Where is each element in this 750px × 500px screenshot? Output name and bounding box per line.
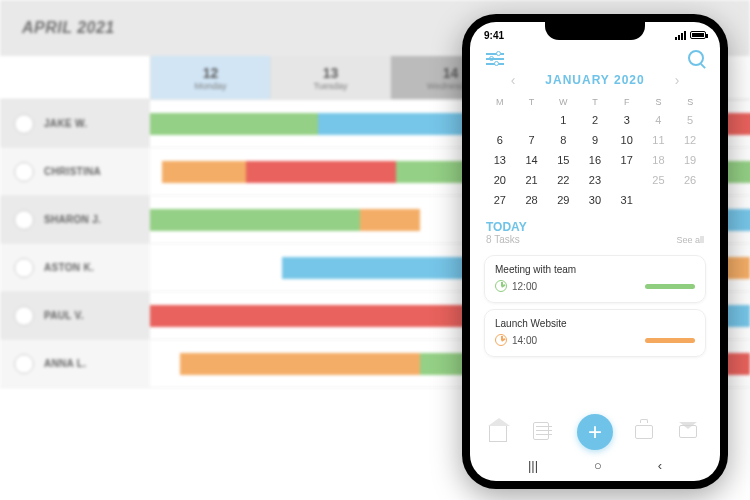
calendar-day[interactable]: 21 — [516, 170, 548, 190]
task-card[interactable]: Launch Website14:00 — [484, 309, 706, 357]
task-time: 12:00 — [512, 281, 537, 292]
clock-icon — [495, 280, 507, 292]
next-month-icon[interactable]: › — [675, 72, 680, 88]
calendar-day[interactable]: 15 — [547, 150, 579, 170]
calendar-day[interactable]: 29 — [547, 190, 579, 210]
task-count: 8 Tasks — [486, 234, 527, 245]
calendar-day[interactable]: 17 — [611, 150, 643, 170]
avatar — [14, 354, 34, 374]
weekday-label: M — [484, 94, 516, 110]
search-icon[interactable] — [688, 50, 704, 66]
back-icon[interactable]: ‹ — [658, 458, 662, 473]
calendar-day[interactable]: 28 — [516, 190, 548, 210]
task-bar[interactable] — [150, 113, 318, 135]
filter-icon[interactable] — [486, 51, 504, 65]
task-card[interactable]: Meeting with team12:00 — [484, 255, 706, 303]
task-bar[interactable] — [150, 305, 510, 327]
mail-icon[interactable] — [679, 422, 701, 442]
calendar-day[interactable]: 19 — [674, 150, 706, 170]
calendar-day[interactable]: 6 — [484, 130, 516, 150]
calendar-day[interactable]: 2 — [579, 110, 611, 130]
calendar-day[interactable]: 8 — [547, 130, 579, 150]
calendar-month[interactable]: JANUARY 2020 — [545, 73, 644, 87]
weekday-label: S — [674, 94, 706, 110]
see-all-link[interactable]: See all — [676, 235, 704, 245]
calendar-day[interactable]: 22 — [547, 170, 579, 190]
home-icon[interactable] — [489, 422, 511, 442]
android-nav: ||| ○ ‹ — [470, 452, 720, 481]
calendar-day[interactable]: 3 — [611, 110, 643, 130]
calendar-day[interactable]: 24 — [611, 170, 643, 190]
calendar-day[interactable]: 5 — [674, 110, 706, 130]
calendar-day[interactable]: 14 — [516, 150, 548, 170]
weekday-label: T — [516, 94, 548, 110]
task-title: Launch Website — [495, 318, 695, 329]
calendar-day[interactable]: 9 — [579, 130, 611, 150]
avatar — [14, 210, 34, 230]
calendar-day[interactable]: 7 — [516, 130, 548, 150]
home-button-icon[interactable]: ○ — [594, 458, 602, 473]
calendar-day[interactable]: 16 — [579, 150, 611, 170]
avatar — [14, 162, 34, 182]
task-bar[interactable] — [180, 353, 420, 375]
task-title: Meeting with team — [495, 264, 695, 275]
phone-notch — [545, 22, 645, 40]
battery-icon — [690, 31, 706, 39]
avatar — [14, 114, 34, 134]
calendar-day[interactable]: 30 — [579, 190, 611, 210]
task-progress — [645, 338, 695, 343]
task-bar[interactable] — [360, 209, 420, 231]
calendar-day[interactable]: 13 — [484, 150, 516, 170]
calendar-day[interactable]: 23 — [579, 170, 611, 190]
task-bar[interactable] — [150, 209, 360, 231]
task-bar[interactable] — [162, 161, 246, 183]
today-label: TODAY — [486, 220, 527, 234]
list-icon[interactable] — [533, 422, 555, 442]
calendar-day[interactable]: 11 — [643, 130, 675, 150]
weekday-label: W — [547, 94, 579, 110]
calendar-day[interactable]: 25 — [643, 170, 675, 190]
calendar-day — [516, 110, 548, 130]
avatar — [14, 258, 34, 278]
calendar-day[interactable]: 18 — [643, 150, 675, 170]
calendar-day[interactable]: 10 — [611, 130, 643, 150]
signal-icon — [675, 31, 686, 40]
calendar-grid: MTWTFSS 12345678910111213141516171819202… — [470, 94, 720, 210]
recent-apps-icon[interactable]: ||| — [528, 458, 538, 473]
clock-icon — [495, 334, 507, 346]
avatar — [14, 306, 34, 326]
calendar-day[interactable]: 20 — [484, 170, 516, 190]
phone-frame: 9:41 ‹ JANUARY 2020 › MTWTFSS 1234567891… — [462, 14, 728, 489]
calendar-day[interactable]: 12 — [674, 130, 706, 150]
bottom-nav: + — [470, 408, 720, 452]
task-progress — [645, 284, 695, 289]
calendar-day — [643, 190, 675, 210]
calendar-day[interactable]: 31 — [611, 190, 643, 210]
task-bar[interactable] — [246, 161, 396, 183]
calendar-day[interactable]: 27 — [484, 190, 516, 210]
weekday-label: F — [611, 94, 643, 110]
month-title: APRIL 2021 — [22, 19, 115, 37]
calendar-day[interactable]: 1 — [547, 110, 579, 130]
status-time: 9:41 — [484, 30, 504, 41]
calendar-day — [674, 190, 706, 210]
prev-month-icon[interactable]: ‹ — [511, 72, 516, 88]
weekday-label: S — [643, 94, 675, 110]
weekday-label: T — [579, 94, 611, 110]
calendar-day[interactable]: 4 — [643, 110, 675, 130]
day-column[interactable]: 13Tuesday — [270, 56, 390, 99]
day-column[interactable]: 12Monday — [150, 56, 270, 99]
calendar-day[interactable]: 26 — [674, 170, 706, 190]
add-button[interactable]: + — [577, 414, 613, 450]
briefcase-icon[interactable] — [635, 422, 657, 442]
task-time: 14:00 — [512, 335, 537, 346]
calendar-day — [484, 110, 516, 130]
